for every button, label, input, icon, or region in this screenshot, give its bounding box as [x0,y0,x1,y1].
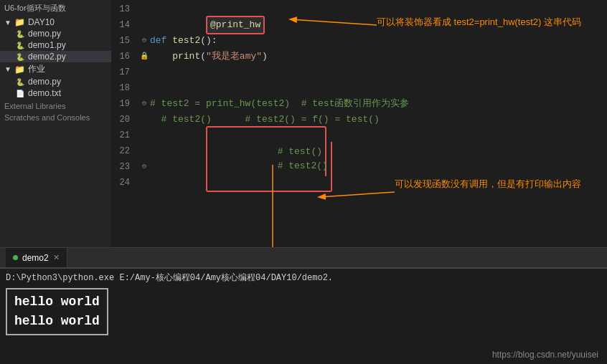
sidebar-ext-libraries[interactable]: External Libraries [0,100,111,112]
tab-dot-demo2 [13,255,18,260]
sidebar-file-hw-demo-label: demo.py [28,77,61,87]
code-line-16: 16 🔒 print("我是老amy") [111,49,607,64]
code-content: 13 14 @print_hw 15 ⊖ def test2(): 16 [111,0,607,191]
folder-icon-day10: 📁 [14,17,25,27]
line-code-23: # test2() [150,126,332,208]
sidebar-file-demo1[interactable]: 🐍 demo1.py [0,39,111,51]
line-num-20: 20 [111,112,138,128]
sidebar-file-demo2[interactable]: 🐍 demo2.py [0,51,111,62]
code-line-19: 19 ⊖ # test2 = print_hw(test2) # test函数引… [111,96,607,112]
line-num-14: 14 [111,17,138,33]
folder-icon-homework: 📁 [14,64,25,75]
terminal-link[interactable]: https://blog.csdn.net/yuuisei [492,350,598,360]
paren-15: (): [200,35,217,46]
kw-str-16: "我是老amy" [206,51,262,62]
kw-print-16: print [172,51,200,62]
tab-close-demo2[interactable]: ✕ [53,253,60,262]
py-icon-demo2: 🐍 [16,53,24,61]
sidebar-file-demo[interactable]: 🐍 demo.py [0,28,111,39]
folder-arrow-homework: ▼ [4,65,11,73]
sidebar-folder-day10[interactable]: ▼ 📁 DAY10 [0,16,111,28]
line-num-22: 22 [111,143,138,159]
line-num-21: 21 [111,128,138,143]
editor-area: 13 14 @print_hw 15 ⊖ def test2(): 16 [111,0,607,247]
code-line-23: 23 ⊖ # test2() [111,159,607,175]
line-num-18: 18 [111,80,138,96]
txt-icon-hw: 📄 [16,90,24,97]
py-icon-demo1: 🐍 [16,42,24,49]
decorator-print-hw: @print_hw [206,16,265,34]
gutter-16: 🔒 [138,49,150,64]
kw-def-15: def [150,35,172,46]
tab-bar: demo2 ✕ [0,247,607,267]
code-line-18: 18 [111,80,607,96]
line-num-13: 13 [111,1,138,17]
sidebar-file-demo1-label: demo1.py [28,40,66,50]
sidebar-file-hw-txt[interactable]: 📄 demo.txt [0,87,111,99]
folder-label-day10: DAY10 [28,17,55,27]
sidebar-header: U6-for循环与函数 [0,1,111,15]
fold-arrow-15[interactable]: ⊖ [142,33,146,49]
terminal-output-line2: hello world [14,312,100,331]
terminal-cmd: D:\Python3\python.exe E:/Amy-核心编程04/Amy核… [6,272,601,284]
fold-arrow-19[interactable]: ⊖ [142,96,146,112]
tab-demo2[interactable]: demo2 ✕ [6,248,67,268]
sidebar-file-demo-label: demo.py [28,29,61,39]
terminal-output-line1: hello world [14,292,100,312]
sidebar-scratches[interactable]: Scratches and Consoles [0,112,111,123]
code-line-15: 15 ⊖ def test2(): [111,33,607,49]
terminal-area: D:\Python3\python.exe E:/Amy-核心编程04/Amy核… [0,267,607,364]
line-num-24: 24 [111,175,138,191]
terminal-output-box: hello world hello world [6,288,108,335]
tab-label-demo2: demo2 [22,253,49,263]
comment-test2-23: # test2() [278,161,328,171]
main-area: U6-for循环与函数 ▼ 📁 DAY10 🐍 demo.py 🐍 demo1.… [0,0,607,247]
lock-icon-16: 🔒 [140,49,149,64]
line-num-15: 15 [111,33,138,49]
gutter-15: ⊖ [138,33,150,49]
folder-arrow-day10: ▼ [4,19,11,27]
code-line-14: 14 @print_hw [111,17,607,33]
code-line-24: 24 [111,175,607,191]
kw-func-name-15: test2 [172,35,200,46]
sidebar-file-hw-txt-label: demo.txt [28,88,61,98]
gutter-23: ⊖ [138,159,150,175]
line-num-16: 16 [111,49,138,64]
sidebar-file-hw-demo[interactable]: 🐍 demo.py [0,76,111,87]
sidebar: U6-for循环与函数 ▼ 📁 DAY10 🐍 demo.py 🐍 demo1.… [0,0,111,247]
folder-label-homework: 作业 [28,63,45,75]
line-code-15: def test2(): [150,33,217,49]
code-line-17: 17 [111,64,607,80]
sidebar-folder-homework[interactable]: ▼ 📁 作业 [0,62,111,76]
py-icon-demo: 🐍 [16,30,24,38]
line-code-19: # test2 = print_hw(test2) # test函数引用作为实参 [150,96,409,112]
py-icon-hw-demo: 🐍 [16,78,24,86]
fold-arrow-23[interactable]: ⊖ [142,159,146,175]
line-num-23: 23 [111,159,138,175]
gutter-19: ⊖ [138,96,150,112]
line-num-17: 17 [111,64,138,80]
line-code-16: print("我是老amy") [150,49,268,64]
line-num-19: 19 [111,96,138,112]
sidebar-file-demo2-label: demo2.py [28,52,66,62]
